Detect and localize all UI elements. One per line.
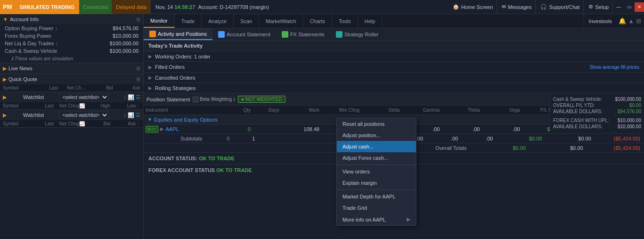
bell-icon[interactable]: 🔔: [619, 17, 626, 25]
quick-quote-header[interactable]: ▶ Quick Quote ☰: [0, 74, 143, 84]
support-chat-btn[interactable]: 🎧 Support/Chat: [537, 0, 584, 14]
tab-scan[interactable]: Scan: [234, 14, 259, 28]
tab-trade[interactable]: Trade: [175, 14, 202, 28]
ctx-more-info[interactable]: More info on AAPL ▶: [337, 214, 416, 225]
available-dollars-label: AVAILABLE DOLLARS:: [553, 109, 603, 114]
arrow-up-icon[interactable]: ▲: [628, 17, 634, 25]
tab-tools[interactable]: Tools: [332, 14, 358, 28]
account-row-option-bp: Option Buying Power ↕ $94,576.00: [0, 25, 143, 32]
ctx-trade-grid[interactable]: Trade Grid: [337, 202, 416, 214]
left-sidebar: ▼ Account Info ☰ Option Buying Power ↕ $…: [0, 14, 144, 239]
quick-quote-label: Quick Quote: [8, 76, 37, 82]
close-btn[interactable]: ✕: [635, 2, 644, 12]
watchlist2-select[interactable]: <select watchlist>: [58, 111, 109, 119]
tab-help[interactable]: Help: [358, 14, 383, 28]
forex-cash-summary: FOREX CASH WITH UPL: $10,000.00: [553, 117, 641, 124]
sub-tabs: Activity and Positions Account Statement…: [144, 28, 644, 41]
filled-orders-area: ▶ Filled Orders Show average fill prices: [144, 62, 644, 73]
statement-icon: [218, 31, 225, 38]
filled-orders-row[interactable]: ▶ Filled Orders: [144, 62, 589, 72]
sim-trading-badge: SIMULATED TRADING: [15, 0, 80, 14]
chart-icon: 📈: [79, 103, 85, 108]
sub-tab-account-statement[interactable]: Account Statement: [212, 28, 276, 40]
sub-tab-fx-statements[interactable]: FX Statements: [276, 28, 330, 40]
watchlist2-icon1[interactable]: ↕: [124, 112, 127, 118]
equity-expand-icon: ▼: [147, 117, 152, 122]
aapl-expand-icon[interactable]: ▶: [160, 126, 164, 132]
collapse-icon: ▶: [3, 66, 7, 72]
info-icon-beta: ℹ: [233, 97, 235, 102]
top-right-nav: 🏠 Home Screen ✉ Messages 🎧 Support/Chat …: [449, 0, 644, 14]
messages-btn[interactable]: ✉ Messages: [498, 0, 536, 14]
aapl-instrument[interactable]: AAPL: [166, 126, 179, 132]
rolling-strategies-row[interactable]: ▶ Rolling Strategies: [144, 83, 644, 93]
collapse-icon: ▼: [3, 16, 8, 22]
live-news-label: Live News: [8, 66, 33, 71]
watchlist-icon1[interactable]: ↕: [124, 94, 127, 100]
watchlist-select[interactable]: <select watchlist>: [58, 93, 109, 101]
available-dollars-summary: AVAILABLE DOLLARS: $94,576.00: [553, 108, 641, 115]
watchlist2-header: ▶ Watchlist <select watchlist> ↕ 📊 ☰: [0, 110, 143, 120]
ctx-adjust-cash[interactable]: Adjust cash...: [337, 141, 416, 152]
live-news-section: ▶ Live News ☰: [0, 63, 143, 74]
watchlist2-collapse-icon[interactable]: ▶: [3, 112, 7, 118]
beta-weighting-check[interactable]: Beta Weighting ℹ: [193, 97, 235, 102]
ctx-reset-positions[interactable]: Reset all positions: [337, 118, 416, 130]
watchlist2-icon2[interactable]: 📊: [128, 112, 134, 118]
context-menu: Reset all positions Adjust position... A…: [336, 118, 416, 226]
equity-label: Equities and Equity Options: [154, 117, 218, 123]
expand-icon: ▶: [148, 54, 152, 59]
watchlist-section: ▶ Watchlist <select watchlist> ↕ 📊 ☰ Sym…: [0, 92, 143, 110]
sub-tab-activity[interactable]: Activity and Positions: [144, 28, 212, 40]
sidebar-menu-icon[interactable]: ☰: [136, 17, 140, 22]
available-dollars-value: $94,576.00: [618, 109, 641, 114]
tab-charts[interactable]: Charts: [303, 14, 332, 28]
forex-available-value: $10,000.00: [618, 124, 641, 129]
sub-tab-strategy-roller[interactable]: Strategy Roller: [330, 28, 384, 40]
tab-monitor[interactable]: Monitor: [144, 14, 175, 28]
watchlist-menu-icon[interactable]: ☰: [136, 94, 140, 100]
options2-icon: ⋮: [136, 121, 140, 126]
cancelled-orders-row[interactable]: ▶ Cancelled Orders: [144, 73, 644, 83]
ctx-adjust-forex[interactable]: Adjust Forex cash...: [337, 152, 416, 164]
watchlist-label: Watchlist: [23, 94, 44, 100]
tab-analyze[interactable]: Analyze: [202, 14, 234, 28]
cancel-expand-icon: ▶: [148, 75, 152, 80]
sidebar-news-menu-icon[interactable]: ☰: [136, 66, 140, 71]
ctx-divider-2: [337, 190, 416, 190]
ctx-market-depth[interactable]: Market Depth for AAPL: [337, 191, 416, 202]
activity-icon: [149, 31, 156, 37]
working-orders-row[interactable]: ▶ Working Orders: 1 order: [144, 51, 644, 62]
watchlist-collapse-icon[interactable]: ▶: [3, 94, 7, 100]
account-info-section: ▼ Account Info ☰ Option Buying Power ↕ $…: [0, 14, 143, 63]
nav-tabs: Monitor Trade Analyze Scan MarketWatch C…: [144, 14, 644, 28]
forex-status-label: FOREX ACCOUNT STATUS: [148, 167, 215, 173]
cash-sweep-label: Cash & Sweep Vehicle:: [553, 97, 602, 102]
pm-badge: PM: [0, 0, 15, 14]
show-avg-fill: Show average fill prices: [589, 64, 644, 70]
beta-checkbox[interactable]: [193, 97, 198, 102]
main-layout: ▼ Account Info ☰ Option Buying Power ↕ $…: [0, 14, 644, 239]
sidebar-qq-menu-icon[interactable]: ☰: [136, 77, 140, 82]
forex-available-label: AVAILABLE DOLLARS:: [553, 124, 603, 129]
restore-btn[interactable]: ▭: [624, 2, 634, 12]
ctx-view-orders[interactable]: View orders: [337, 166, 416, 177]
watchlist2-menu-icon[interactable]: ☰: [136, 112, 140, 118]
setup-btn[interactable]: ⚙ Setup: [585, 0, 613, 14]
minimize-btn[interactable]: —: [614, 2, 623, 12]
watchlist-icon2[interactable]: 📊: [128, 94, 134, 100]
ctx-explain-margin[interactable]: Explain margin: [337, 177, 416, 189]
live-news-header[interactable]: ▶ Live News ☰: [0, 63, 143, 74]
home-screen-btn[interactable]: 🏠 Home Screen: [449, 0, 497, 14]
headset-icon: 🎧: [540, 4, 547, 10]
sim-note: ℹ These values are simulation: [0, 55, 143, 63]
account-info-header[interactable]: ▼ Account Info ☰: [0, 14, 143, 25]
strategy-icon: [336, 31, 342, 38]
account-status-value: OK TO TRADE: [199, 156, 235, 161]
buy-badge: BUY: [146, 126, 158, 132]
account-row-cash: Cash & Sweep Vehicle $100,000.00: [0, 47, 143, 55]
tab-marketwatch[interactable]: MarketWatch: [259, 14, 303, 28]
layout-icon[interactable]: ⊞: [636, 17, 641, 25]
investools-btn[interactable]: Investools: [584, 14, 617, 28]
ctx-adjust-position[interactable]: Adjust position...: [337, 130, 416, 141]
